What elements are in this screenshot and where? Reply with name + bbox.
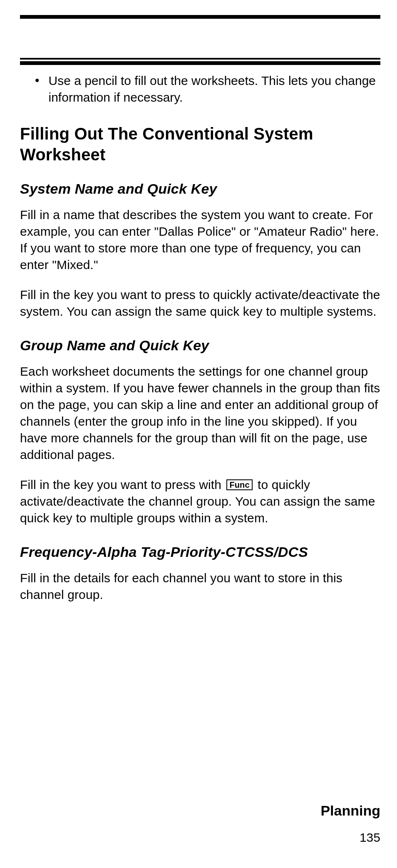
text-before-key: Fill in the key you want to press with [20,478,225,491]
heading-main: Filling Out The Conventional System Work… [20,123,380,165]
header-rule-group [20,58,380,65]
section-system-name: System Name and Quick Key Fill in a name… [20,180,380,320]
paragraph-with-key: Fill in the key you want to press with F… [20,476,380,526]
subheading-system-name: System Name and Quick Key [20,180,380,197]
subheading-group-name: Group Name and Quick Key [20,337,380,354]
section-frequency: Frequency-Alpha Tag-Priority-CTCSS/DCS F… [20,543,380,603]
paragraph: Fill in the key you want to press to qui… [20,287,380,320]
paragraph: Fill in a name that describes the system… [20,207,380,273]
footer-page-number: 135 [320,831,380,845]
func-key-label: Func [226,479,252,490]
footer-section-title: Planning [320,803,380,819]
bullet-dot-icon: • [35,72,40,88]
subheading-frequency: Frequency-Alpha Tag-Priority-CTCSS/DCS [20,543,380,561]
bullet-text: Use a pencil to fill out the worksheets.… [49,72,380,106]
paragraph: Each worksheet documents the settings fo… [20,363,380,463]
bullet-item: • Use a pencil to fill out the worksheet… [20,72,380,106]
top-rule-thick [20,15,380,19]
header-rule-upper [20,58,380,60]
paragraph: Fill in the details for each channel you… [20,570,380,603]
document-page: • Use a pencil to fill out the worksheet… [0,0,397,868]
page-footer: Planning 135 [320,803,380,845]
header-rule-lower [20,61,380,65]
section-group-name: Group Name and Quick Key Each worksheet … [20,337,380,526]
